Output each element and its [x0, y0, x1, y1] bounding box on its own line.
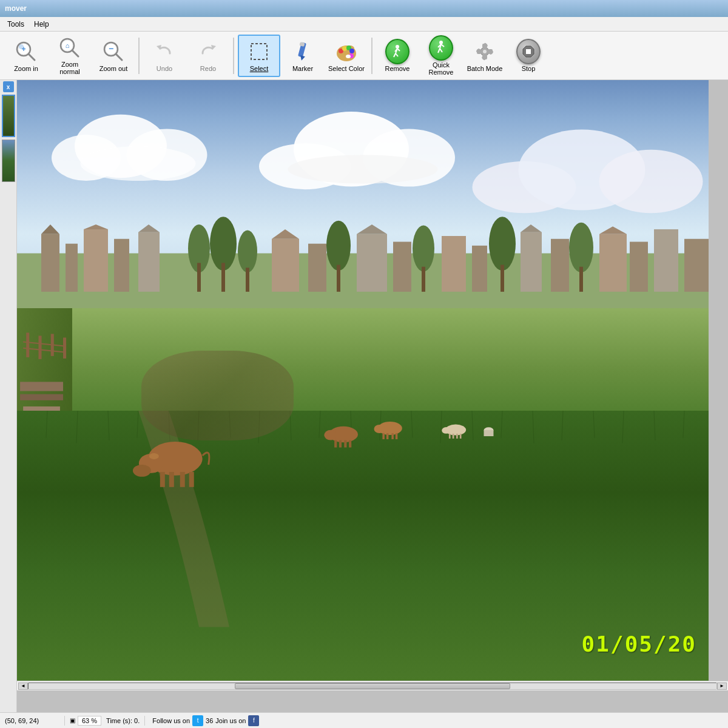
undo-label: Undo — [157, 65, 172, 72]
svg-rect-72 — [197, 263, 201, 292]
toolbar: + Zoom in ⌂ Zoom normal − — [0, 32, 728, 80]
scroll-left-button[interactable]: ◄ — [18, 682, 28, 690]
scroll-right-button[interactable]: ► — [717, 682, 727, 690]
svg-line-114 — [76, 411, 78, 443]
svg-rect-102 — [38, 336, 41, 360]
remove-button[interactable]: Remove — [376, 35, 419, 77]
svg-rect-68 — [114, 238, 129, 291]
svg-point-137 — [133, 465, 151, 477]
pixel-coords: (50, 69, 24) — [5, 717, 59, 724]
svg-rect-96 — [599, 234, 627, 291]
svg-rect-81 — [337, 265, 340, 291]
svg-rect-108 — [20, 394, 63, 400]
sidebar: x — [0, 80, 17, 712]
svg-rect-140 — [180, 472, 185, 487]
svg-rect-65 — [66, 243, 78, 291]
thumbnail-1[interactable] — [2, 95, 15, 137]
marker-icon — [291, 39, 315, 64]
svg-rect-151 — [382, 433, 384, 439]
svg-rect-90 — [500, 265, 504, 291]
svg-marker-67 — [84, 224, 108, 229]
svg-rect-76 — [246, 268, 249, 292]
stop-button[interactable]: Stop — [507, 35, 550, 77]
facebook-icon[interactable]: f — [248, 715, 259, 726]
svg-rect-63 — [41, 234, 59, 291]
svg-point-54 — [81, 146, 196, 181]
redo-button[interactable]: Redo — [187, 35, 229, 77]
svg-rect-158 — [453, 434, 454, 439]
svg-line-4 — [29, 54, 35, 60]
svg-line-113 — [46, 411, 47, 438]
svg-marker-97 — [599, 226, 627, 234]
svg-rect-138 — [160, 472, 165, 487]
svg-point-85 — [413, 225, 434, 271]
scrollbar-thumb[interactable] — [235, 683, 510, 689]
svg-rect-101 — [26, 333, 29, 358]
zoom-normal-button[interactable]: ⌂ Zoom normal — [49, 35, 91, 77]
menu-tools[interactable]: Tools — [2, 19, 29, 30]
menu-help[interactable]: Help — [29, 19, 54, 30]
separator-3 — [371, 38, 372, 74]
zoom-out-button[interactable]: − Zoom out — [92, 35, 135, 77]
svg-point-61 — [599, 150, 703, 214]
remove-icon — [385, 39, 410, 64]
menu-bar: Tools Help — [0, 17, 728, 32]
svg-line-12 — [116, 54, 122, 60]
svg-rect-86 — [422, 266, 425, 291]
select-color-icon — [334, 39, 359, 64]
cloud-center — [259, 86, 467, 206]
status-time: Time (s): 0. — [106, 717, 140, 724]
marker-button[interactable]: Marker — [281, 35, 324, 77]
thumbnail-2[interactable] — [2, 140, 15, 182]
batch-mode-icon — [473, 39, 497, 64]
app-title: mover — [5, 4, 27, 13]
follow-text: Follow us on — [152, 717, 190, 724]
status-bar: (50, 69, 24) ▣ 63 % Time (s): 0. Follow … — [0, 712, 728, 728]
select-color-button[interactable]: Select Color — [325, 35, 368, 77]
sidebar-close-button[interactable]: x — [3, 81, 14, 92]
select-button[interactable]: Select — [238, 35, 280, 77]
svg-marker-64 — [41, 224, 59, 234]
redo-label: Redo — [200, 65, 216, 72]
separator-2 — [233, 38, 234, 74]
svg-point-94 — [569, 222, 593, 272]
twitter-icon[interactable]: t — [192, 715, 203, 726]
svg-line-8 — [72, 50, 78, 56]
svg-line-134 — [683, 411, 684, 438]
svg-line-36 — [440, 49, 442, 52]
zoom-level-icon: ▣ — [70, 717, 75, 724]
svg-point-3 — [19, 44, 24, 49]
scrollbar-track[interactable] — [28, 682, 717, 690]
svg-point-144 — [324, 430, 337, 440]
svg-marker-70 — [138, 224, 160, 232]
quick-remove-icon — [429, 36, 453, 60]
svg-rect-100 — [684, 238, 709, 291]
svg-rect-159 — [456, 434, 458, 439]
svg-rect-104 — [63, 338, 66, 359]
svg-point-89 — [489, 217, 516, 271]
date-stamp: 01/05/20 — [582, 632, 696, 656]
svg-rect-157 — [449, 434, 451, 439]
svg-rect-91 — [521, 232, 542, 291]
marker-label: Marker — [292, 65, 313, 72]
svg-marker-92 — [521, 224, 542, 232]
svg-marker-83 — [357, 224, 387, 234]
svg-rect-79 — [308, 243, 326, 291]
status-sep-1 — [64, 716, 65, 726]
undo-button[interactable]: Undo — [143, 35, 186, 77]
title-bar: mover — [0, 0, 728, 17]
dirt-path — [141, 351, 294, 441]
zoom-in-button[interactable]: + Zoom in — [5, 35, 47, 77]
svg-line-132 — [622, 411, 624, 443]
svg-rect-99 — [654, 229, 678, 292]
svg-point-80 — [326, 220, 351, 270]
svg-rect-82 — [357, 234, 387, 291]
svg-line-106 — [23, 348, 66, 352]
canvas-area[interactable]: 01/05/20 ◄ ► — [17, 80, 728, 712]
svg-rect-147 — [344, 440, 346, 448]
svg-rect-93 — [551, 238, 569, 291]
remove-label: Remove — [385, 65, 410, 72]
svg-rect-84 — [393, 241, 411, 291]
batch-mode-button[interactable]: Batch Mode — [463, 35, 506, 77]
quick-remove-button[interactable]: Quick Remove — [420, 35, 462, 77]
